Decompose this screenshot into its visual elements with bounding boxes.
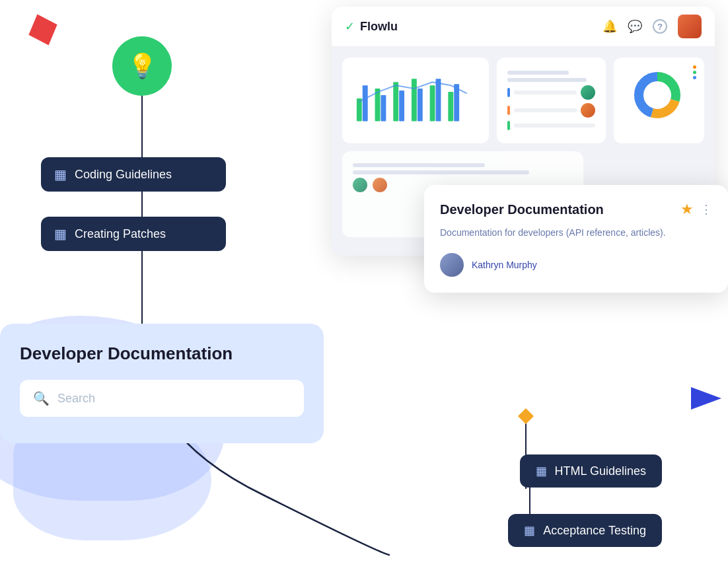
- svg-rect-11: [436, 79, 441, 121]
- user-avatar-header[interactable]: [678, 15, 702, 38]
- svg-point-18: [647, 85, 668, 106]
- lightbulb-node: 💡: [112, 36, 172, 96]
- bar-line-chart-svg: [350, 65, 481, 125]
- doc-icon-html: ▦: [536, 464, 547, 478]
- svg-rect-10: [430, 85, 435, 121]
- dev-doc-box-title: Developer Documentation: [20, 344, 304, 364]
- creating-patches-node[interactable]: ▦ Creating Patches: [41, 217, 226, 251]
- dev-doc-popup-card[interactable]: Developer Documentation ★ ⋮ Documentatio…: [424, 185, 728, 293]
- dashboard-top-row: [342, 57, 704, 143]
- lightbulb-icon: 💡: [127, 52, 157, 80]
- bottom-avatar-2: [373, 178, 387, 192]
- red-arrow-decoration: [25, 12, 61, 51]
- search-placeholder-text: Search: [57, 392, 95, 406]
- dot-orange: [693, 65, 696, 69]
- bell-icon[interactable]: 🔔: [602, 19, 617, 34]
- bottom-avatar-1: [353, 178, 367, 192]
- creating-patches-label: Creating Patches: [75, 227, 166, 241]
- html-guidelines-label: HTML Guidelines: [555, 464, 646, 478]
- donut-chart-card: [614, 57, 704, 143]
- doc-icon-patches: ▦: [54, 226, 67, 242]
- help-icon[interactable]: ?: [653, 19, 667, 34]
- card-user-name: Kathryn Murphy: [472, 260, 537, 270]
- acceptance-testing-label: Acceptance Testing: [543, 524, 646, 538]
- app-header-icons: 🔔 💬 ?: [602, 15, 702, 38]
- card-user-avatar: [440, 253, 464, 277]
- list-bar-green: [507, 121, 510, 130]
- svg-rect-3: [363, 85, 368, 121]
- list-bar-bg-2: [514, 108, 577, 112]
- acceptance-testing-node[interactable]: ▦ Acceptance Testing: [508, 514, 662, 547]
- card-header: Developer Documentation ★ ⋮: [440, 201, 712, 218]
- blue-arrow-right-decoration: [690, 386, 723, 414]
- gray-line-2: [507, 78, 587, 82]
- list-bar-bg-1: [514, 91, 577, 94]
- search-icon: 🔍: [33, 390, 50, 406]
- bottom-gray-2: [353, 170, 529, 174]
- three-dot-menu[interactable]: [693, 65, 696, 79]
- svg-marker-0: [25, 12, 61, 48]
- chat-icon[interactable]: 💬: [628, 19, 642, 34]
- svg-rect-8: [412, 79, 417, 121]
- connector-line-top: [141, 96, 143, 162]
- html-guidelines-node[interactable]: ▦ HTML Guidelines: [520, 454, 662, 488]
- card-description: Documentation for developers (API refere…: [440, 226, 712, 240]
- list-bar-orange: [507, 106, 510, 115]
- list-chart-card: [497, 57, 606, 143]
- list-bar-blue: [507, 88, 510, 97]
- svg-rect-6: [393, 82, 398, 121]
- list-bar-bg-3: [514, 124, 595, 127]
- dev-doc-search-box: Developer Documentation 🔍 Search: [0, 324, 324, 443]
- bottom-gray-1: [353, 163, 485, 167]
- coding-guidelines-label: Coding Guidelines: [75, 168, 172, 182]
- card-menu-icon[interactable]: ⋮: [700, 202, 712, 217]
- svg-marker-19: [518, 408, 534, 424]
- main-container: 💡 ▦ Coding Guidelines ▦ Creating Patches…: [0, 0, 728, 580]
- svg-rect-5: [381, 95, 386, 122]
- card-action-icons: ★ ⋮: [680, 201, 712, 218]
- app-window: ✓ Flowlu 🔔 💬 ?: [332, 7, 715, 256]
- card-title: Developer Documentation: [440, 202, 604, 217]
- donut-svg: [631, 69, 684, 122]
- coding-guidelines-node[interactable]: ▦ Coding Guidelines: [41, 157, 226, 192]
- svg-marker-1: [691, 387, 721, 410]
- doc-icon-acceptance: ▦: [524, 523, 535, 538]
- dot-green: [693, 71, 696, 74]
- search-bar[interactable]: 🔍 Search: [20, 380, 304, 417]
- gray-line-1: [507, 71, 569, 75]
- list-avatar-1: [581, 85, 595, 100]
- donut-container: [622, 65, 693, 125]
- star-icon[interactable]: ★: [680, 201, 694, 218]
- app-logo: ✓ Flowlu: [345, 19, 398, 34]
- svg-rect-9: [418, 89, 423, 121]
- app-header: ✓ Flowlu 🔔 💬 ?: [332, 7, 715, 47]
- list-avatar-2: [581, 103, 595, 118]
- logo-text: Flowlu: [360, 20, 398, 34]
- card-footer: Kathryn Murphy: [440, 253, 712, 277]
- doc-icon-coding: ▦: [54, 166, 67, 182]
- logo-check-icon: ✓: [345, 19, 355, 34]
- bar-chart-card: [342, 57, 489, 143]
- diamond-connector: [517, 407, 535, 428]
- svg-rect-7: [399, 91, 404, 121]
- svg-rect-12: [448, 92, 453, 121]
- dot-blue: [693, 76, 696, 79]
